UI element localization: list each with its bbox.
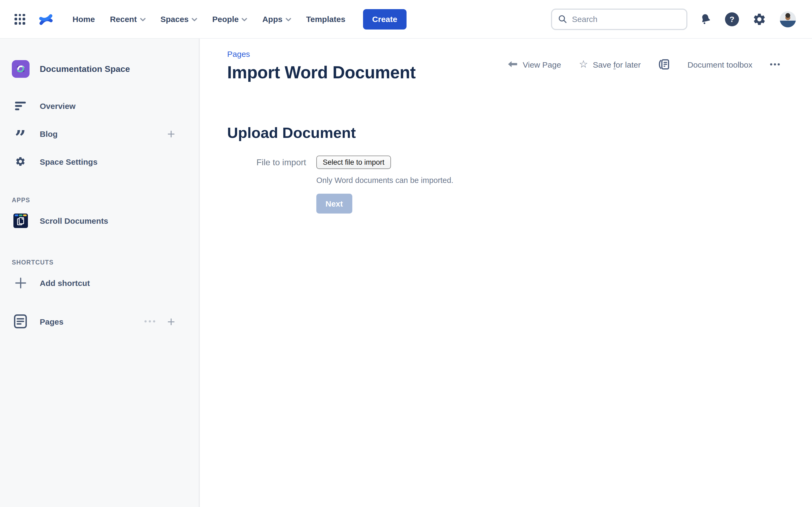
app-window: Home Recent Spaces People bbox=[0, 0, 812, 507]
sidebar-item-label: Overview bbox=[40, 101, 75, 110]
pages-icon bbox=[12, 315, 29, 328]
sidebar-item-space-settings[interactable]: Space Settings bbox=[0, 148, 199, 175]
file-import-helper-text: Only Word documents can be imported. bbox=[227, 176, 812, 184]
settings-gear-icon[interactable] bbox=[752, 12, 766, 26]
chevron-down-icon bbox=[192, 18, 197, 21]
save-for-later-button[interactable]: ☆ Save for later bbox=[579, 60, 641, 69]
sidebar-item-overview[interactable]: Overview bbox=[0, 92, 199, 120]
notifications-bell-icon[interactable] bbox=[700, 13, 712, 25]
breadcrumb-pages-link[interactable]: Pages bbox=[227, 49, 250, 58]
app-switcher-icon[interactable] bbox=[14, 14, 25, 24]
help-icon[interactable]: ? bbox=[725, 12, 739, 26]
pages-more-options-icon[interactable] bbox=[145, 319, 155, 324]
save-for-later-label: Save for later bbox=[593, 60, 641, 69]
page-actions: View Page ☆ Save for later bbox=[508, 58, 780, 70]
nav-item-label: People bbox=[212, 14, 239, 23]
nav-item-label: Recent bbox=[110, 14, 137, 23]
primary-nav: Home Recent Spaces People bbox=[72, 14, 345, 23]
arrow-left-icon bbox=[508, 60, 518, 68]
sidebar-section-apps: APPS bbox=[0, 197, 199, 203]
space-name: Documentation Space bbox=[40, 64, 130, 74]
add-page-button[interactable]: + bbox=[167, 316, 175, 327]
sidebar-item-label: Space Settings bbox=[40, 157, 97, 166]
upload-document-section: Upload Document File to import Select fi… bbox=[200, 124, 812, 214]
navbar-utility-icons: ? bbox=[700, 11, 796, 27]
file-import-row: File to import Select file to import bbox=[227, 156, 812, 169]
search-box bbox=[551, 8, 688, 30]
star-icon: ☆ bbox=[579, 59, 588, 69]
next-button[interactable]: Next bbox=[316, 194, 352, 214]
search-input[interactable] bbox=[572, 14, 680, 23]
nav-item-label: Templates bbox=[306, 14, 345, 23]
space-header[interactable]: Documentation Space bbox=[0, 60, 199, 78]
document-toolbox-viewport-button[interactable] bbox=[658, 58, 670, 70]
view-page-label: View Page bbox=[523, 60, 561, 69]
nav-item-apps[interactable]: Apps bbox=[262, 14, 291, 23]
page-header: Pages Import Word Document View Page ☆ S… bbox=[200, 39, 812, 82]
gear-icon bbox=[12, 156, 29, 167]
sidebar-item-scroll-documents[interactable]: Scroll Documents bbox=[0, 207, 199, 234]
confluence-logo-icon[interactable] bbox=[39, 12, 53, 26]
overview-icon bbox=[12, 101, 29, 110]
chevron-down-icon bbox=[140, 18, 145, 21]
view-page-button[interactable]: View Page bbox=[508, 60, 561, 69]
document-toolbox-dropdown[interactable]: Document toolbox bbox=[688, 60, 752, 69]
chevron-down-icon bbox=[286, 18, 291, 21]
more-options-icon[interactable] bbox=[770, 62, 780, 66]
document-toolbox-label: Document toolbox bbox=[688, 60, 752, 69]
nav-item-label: Apps bbox=[262, 14, 283, 23]
page-title: Import Word Document bbox=[227, 63, 416, 82]
add-blog-post-button[interactable]: + bbox=[167, 128, 175, 139]
chevron-down-icon bbox=[242, 18, 247, 21]
nav-item-label: Home bbox=[72, 14, 95, 23]
nav-item-recent[interactable]: Recent bbox=[110, 14, 145, 23]
space-sidebar: Documentation Space Overview ” Blog + bbox=[0, 39, 200, 507]
sidebar-item-pages[interactable]: Pages + bbox=[0, 307, 199, 335]
top-navbar: Home Recent Spaces People bbox=[0, 0, 812, 39]
sidebar-item-blog[interactable]: ” Blog + bbox=[0, 120, 199, 148]
question-glyph: ? bbox=[729, 14, 734, 23]
sidebar-item-label: Blog bbox=[40, 129, 58, 138]
create-button[interactable]: Create bbox=[363, 9, 406, 29]
page-header-left: Pages Import Word Document bbox=[227, 49, 416, 82]
main-content: Pages Import Word Document View Page ☆ S… bbox=[200, 39, 812, 507]
search-icon bbox=[558, 14, 567, 23]
scroll-documents-icon bbox=[12, 213, 29, 228]
nav-item-spaces[interactable]: Spaces bbox=[160, 14, 197, 23]
nav-item-people[interactable]: People bbox=[212, 14, 247, 23]
nav-item-home[interactable]: Home bbox=[72, 14, 95, 23]
nav-item-label: Spaces bbox=[160, 14, 189, 23]
file-to-import-label: File to import bbox=[227, 158, 306, 167]
sidebar-item-label: Scroll Documents bbox=[40, 216, 108, 225]
sidebar-item-label: Pages bbox=[40, 317, 63, 326]
body-row: Documentation Space Overview ” Blog + bbox=[0, 39, 812, 507]
space-avatar-icon bbox=[12, 60, 30, 78]
sidebar-section-shortcuts: SHORTCUTS bbox=[0, 259, 199, 266]
plus-icon bbox=[12, 277, 29, 288]
nav-item-templates[interactable]: Templates bbox=[306, 14, 345, 23]
select-file-button[interactable]: Select file to import bbox=[316, 156, 391, 169]
sidebar-item-add-shortcut[interactable]: Add shortcut bbox=[0, 269, 199, 297]
upload-heading: Upload Document bbox=[227, 124, 812, 142]
document-toolbox-icon bbox=[658, 58, 670, 70]
quote-icon: ” bbox=[12, 126, 29, 141]
user-avatar[interactable] bbox=[780, 11, 796, 27]
sidebar-item-label: Add shortcut bbox=[40, 278, 90, 287]
